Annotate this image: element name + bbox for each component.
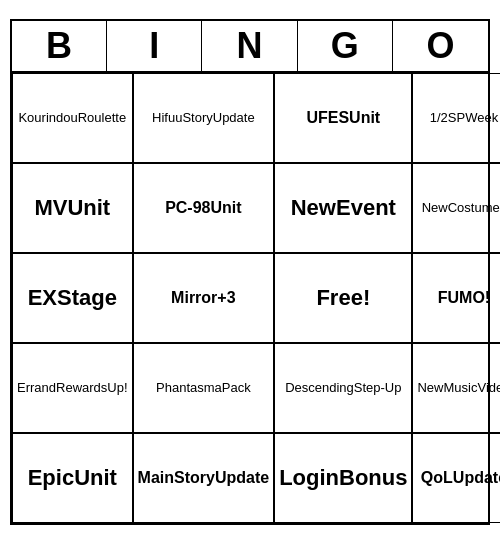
bingo-cell: LoginBonus: [274, 433, 412, 523]
cell-text: Bonus: [339, 465, 407, 491]
cell-text: Step-Up: [354, 380, 402, 396]
cell-text: Login: [279, 465, 339, 491]
bingo-cell: 1/2SPWeek: [412, 73, 500, 163]
cell-text: Descending: [285, 380, 354, 396]
cell-text: Costumes: [448, 200, 500, 216]
cell-text: FUMO!: [438, 288, 490, 307]
bingo-cell: NewMusicVideo: [412, 343, 500, 433]
cell-text: MV: [34, 195, 67, 221]
bingo-cell: DescendingStep-Up: [274, 343, 412, 433]
cell-text: Music: [444, 380, 478, 396]
bingo-cell: UFESUnit: [274, 73, 412, 163]
cell-text: UFES: [306, 108, 349, 127]
bingo-grid: KourindouRouletteHifuuStoryUpdateUFESUni…: [12, 73, 488, 523]
cell-text: Video: [477, 380, 500, 396]
cell-text: Update: [453, 468, 500, 487]
bingo-cell: PC-98Unit: [133, 163, 275, 253]
bingo-cell: HifuuStoryUpdate: [133, 73, 275, 163]
bingo-cell: Free!: [274, 253, 412, 343]
cell-text: Update: [215, 468, 269, 487]
cell-text: Phantasma: [156, 380, 222, 396]
cell-text: SP: [448, 110, 465, 126]
header-letter: N: [202, 21, 297, 71]
cell-text: Kourindou: [18, 110, 77, 126]
cell-text: Epic: [28, 465, 74, 491]
cell-text: Roulette: [78, 110, 126, 126]
bingo-cell: PhantasmaPack: [133, 343, 275, 433]
cell-text: Unit: [67, 195, 110, 221]
cell-text: Free!: [316, 285, 370, 311]
cell-text: Pack: [222, 380, 251, 396]
bingo-cell: EpicUnit: [12, 433, 133, 523]
cell-text: Update: [213, 110, 255, 126]
header-letter: O: [393, 21, 488, 71]
bingo-card: BINGO KourindouRouletteHifuuStoryUpdateU…: [10, 19, 490, 525]
cell-text: Story: [174, 468, 215, 487]
cell-text: New: [422, 200, 448, 216]
cell-text: Up!: [107, 380, 127, 396]
cell-text: Story: [182, 110, 212, 126]
cell-text: Hifuu: [152, 110, 182, 126]
cell-text: Unit: [74, 465, 117, 491]
cell-text: PC-98: [165, 198, 210, 217]
bingo-header: BINGO: [12, 21, 488, 73]
cell-text: +3: [217, 288, 235, 307]
cell-text: New: [291, 195, 336, 221]
cell-text: EX: [28, 285, 57, 311]
cell-text: Event: [336, 195, 396, 221]
cell-text: New: [417, 380, 443, 396]
bingo-cell: Mirror+3: [133, 253, 275, 343]
cell-text: Unit: [210, 198, 241, 217]
header-letter: G: [298, 21, 393, 71]
cell-text: Unit: [349, 108, 380, 127]
bingo-cell: EXStage: [12, 253, 133, 343]
bingo-cell: MainStoryUpdate: [133, 433, 275, 523]
cell-text: Stage: [57, 285, 117, 311]
bingo-cell: NewCostumes: [412, 163, 500, 253]
bingo-cell: MVUnit: [12, 163, 133, 253]
bingo-cell: ErrandRewardsUp!: [12, 343, 133, 433]
cell-text: Rewards: [56, 380, 107, 396]
bingo-cell: KourindouRoulette: [12, 73, 133, 163]
header-letter: B: [12, 21, 107, 71]
cell-text: QoL: [421, 468, 453, 487]
cell-text: 1/2: [430, 110, 448, 126]
bingo-cell: FUMO!: [412, 253, 500, 343]
cell-text: Week: [465, 110, 498, 126]
bingo-cell: QoLUpdate: [412, 433, 500, 523]
bingo-cell: NewEvent: [274, 163, 412, 253]
header-letter: I: [107, 21, 202, 71]
cell-text: Errand: [17, 380, 56, 396]
cell-text: Mirror: [171, 288, 217, 307]
cell-text: Main: [138, 468, 174, 487]
